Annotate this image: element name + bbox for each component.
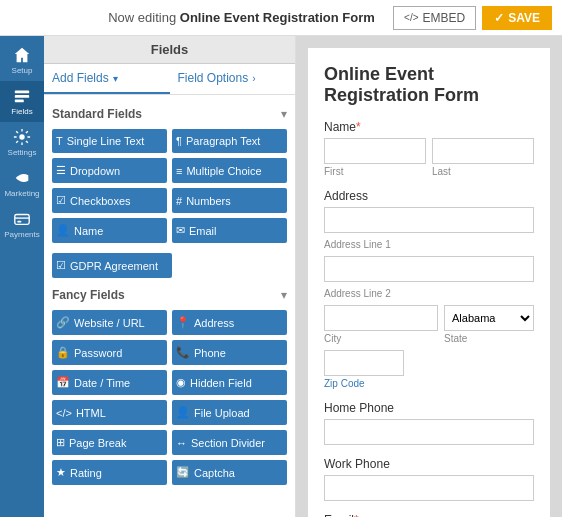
hidden-field-btn[interactable]: ◉ Hidden Field bbox=[172, 370, 287, 395]
hidden-icon: ◉ bbox=[176, 376, 186, 389]
paragraph-icon: ¶ bbox=[176, 135, 182, 147]
add-fields-label: Add Fields bbox=[52, 71, 109, 85]
gdpr-icon: ☑ bbox=[56, 259, 66, 272]
multiple-choice-btn[interactable]: ≡ Multiple Choice bbox=[172, 158, 287, 183]
date-icon: 📅 bbox=[56, 376, 70, 389]
rating-btn[interactable]: ★ Rating bbox=[52, 460, 167, 485]
first-name-input[interactable] bbox=[324, 138, 426, 164]
field-options-label: Field Options bbox=[178, 71, 249, 85]
svg-rect-0 bbox=[15, 91, 29, 94]
date-time-btn[interactable]: 📅 Date / Time bbox=[52, 370, 167, 395]
state-select[interactable]: Alabama bbox=[444, 305, 534, 331]
gdpr-row: ☑ GDPR Agreement bbox=[52, 253, 287, 278]
sidebar-setup-label: Setup bbox=[12, 66, 33, 75]
work-phone-label: Work Phone bbox=[324, 457, 534, 471]
first-label: First bbox=[324, 166, 426, 177]
fields-icon bbox=[13, 87, 31, 105]
page-break-btn[interactable]: ⊞ Page Break bbox=[52, 430, 167, 455]
tab-field-options[interactable]: Field Options › bbox=[170, 64, 296, 94]
sidebar-item-marketing[interactable]: Marketing bbox=[0, 163, 44, 204]
save-check-icon: ✓ bbox=[494, 11, 504, 25]
numbers-icon: # bbox=[176, 195, 182, 207]
fields-content: Standard Fields ▾ T Single Line Text ¶ P… bbox=[44, 95, 295, 517]
zip-label: Zip Code bbox=[324, 378, 534, 389]
name-required: * bbox=[356, 120, 361, 134]
work-phone-input[interactable] bbox=[324, 475, 534, 501]
standard-fields-title: Standard Fields bbox=[52, 107, 142, 121]
html-btn[interactable]: </> HTML bbox=[52, 400, 167, 425]
top-bar-actions: </> EMBED ✓ SAVE bbox=[393, 6, 552, 30]
sidebar-fields-label: Fields bbox=[11, 107, 32, 116]
numbers-btn[interactable]: # Numbers bbox=[172, 188, 287, 213]
svg-rect-4 bbox=[15, 215, 29, 225]
captcha-btn[interactable]: 🔄 Captcha bbox=[172, 460, 287, 485]
last-label: Last bbox=[432, 166, 534, 177]
captcha-icon: 🔄 bbox=[176, 466, 190, 479]
fancy-fields-header: Fancy Fields ▾ bbox=[52, 288, 287, 302]
password-btn[interactable]: 🔒 Password bbox=[52, 340, 167, 365]
rating-icon: ★ bbox=[56, 466, 66, 479]
html-icon: </> bbox=[56, 407, 72, 419]
file-upload-btn[interactable]: 👤 File Upload bbox=[172, 400, 287, 425]
sidebar-payments-label: Payments bbox=[4, 230, 40, 239]
sidebar-item-payments[interactable]: Payments bbox=[0, 204, 44, 245]
sidebar-marketing-label: Marketing bbox=[4, 189, 39, 198]
form-name-label: Online Event Registration Form bbox=[180, 10, 375, 25]
fancy-fields-grid: 🔗 Website / URL 📍 Address 🔒 Password 📞 P… bbox=[52, 310, 287, 485]
form-preview: Online Event Registration Form Name* Fir… bbox=[308, 48, 550, 517]
email-field-group: Email* bbox=[324, 513, 534, 517]
sidebar-item-settings[interactable]: Settings bbox=[0, 122, 44, 163]
phone-btn[interactable]: 📞 Phone bbox=[172, 340, 287, 365]
fancy-fields-title: Fancy Fields bbox=[52, 288, 125, 302]
embed-button[interactable]: </> EMBED bbox=[393, 6, 476, 30]
dropdown-btn[interactable]: ☰ Dropdown bbox=[52, 158, 167, 183]
city-input[interactable] bbox=[324, 305, 438, 331]
address-icon: 📍 bbox=[176, 316, 190, 329]
state-label: State bbox=[444, 333, 534, 344]
last-name-input[interactable] bbox=[432, 138, 534, 164]
address-line2-label: Address Line 2 bbox=[324, 288, 534, 299]
standard-fields-chevron: ▾ bbox=[281, 107, 287, 121]
home-phone-group: Home Phone bbox=[324, 401, 534, 445]
address-fancy-btn[interactable]: 📍 Address bbox=[172, 310, 287, 335]
state-col: Alabama State bbox=[444, 305, 534, 344]
checkboxes-btn[interactable]: ☑ Checkboxes bbox=[52, 188, 167, 213]
address-line2-input[interactable] bbox=[324, 256, 534, 282]
gdpr-btn[interactable]: ☑ GDPR Agreement bbox=[52, 253, 172, 278]
city-label: City bbox=[324, 333, 438, 344]
save-button[interactable]: ✓ SAVE bbox=[482, 6, 552, 30]
email-btn[interactable]: ✉ Email bbox=[172, 218, 287, 243]
address-line1-input[interactable] bbox=[324, 207, 534, 233]
top-bar: Now editing Online Event Registration Fo… bbox=[0, 0, 562, 36]
section-divider-btn[interactable]: ↔ Section Divider bbox=[172, 430, 287, 455]
standard-fields-header: Standard Fields ▾ bbox=[52, 107, 287, 121]
main-layout: Setup Fields Settings Marketing bbox=[0, 36, 562, 517]
standard-fields-grid: T Single Line Text ¶ Paragraph Text ☰ Dr… bbox=[52, 129, 287, 243]
first-name-col: First bbox=[324, 138, 426, 177]
single-line-icon: T bbox=[56, 135, 63, 147]
email-icon: ✉ bbox=[176, 224, 185, 237]
email-required: * bbox=[354, 513, 359, 517]
address-line1-label: Address Line 1 bbox=[324, 239, 534, 250]
city-state-row: City Alabama State bbox=[324, 305, 534, 344]
zip-input[interactable] bbox=[324, 350, 404, 376]
address-label: Address bbox=[324, 189, 534, 203]
sidebar-item-fields[interactable]: Fields bbox=[0, 81, 44, 122]
home-phone-input[interactable] bbox=[324, 419, 534, 445]
svg-point-3 bbox=[19, 134, 24, 139]
website-url-btn[interactable]: 🔗 Website / URL bbox=[52, 310, 167, 335]
add-fields-chevron: ▾ bbox=[113, 73, 118, 84]
single-line-text-btn[interactable]: T Single Line Text bbox=[52, 129, 167, 153]
editing-label: Now editing Online Event Registration Fo… bbox=[90, 10, 393, 25]
city-col: City bbox=[324, 305, 438, 344]
multiple-choice-icon: ≡ bbox=[176, 165, 182, 177]
name-btn[interactable]: 👤 Name bbox=[52, 218, 167, 243]
sidebar-item-setup[interactable]: Setup bbox=[0, 40, 44, 81]
paragraph-text-btn[interactable]: ¶ Paragraph Text bbox=[172, 129, 287, 153]
work-phone-group: Work Phone bbox=[324, 457, 534, 501]
embed-icon: </> bbox=[404, 12, 418, 23]
home-phone-label: Home Phone bbox=[324, 401, 534, 415]
tab-add-fields[interactable]: Add Fields ▾ bbox=[44, 64, 170, 94]
last-name-col: Last bbox=[432, 138, 534, 177]
fields-panel-header: Fields bbox=[44, 36, 295, 64]
